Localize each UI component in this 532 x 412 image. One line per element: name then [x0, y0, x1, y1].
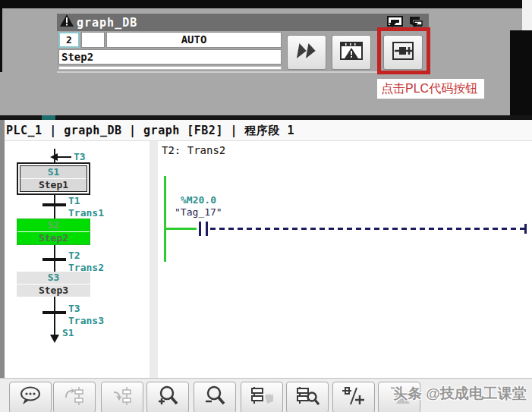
graph-editor-screen: graph_DB 2 AUTO Step2	[0, 0, 532, 412]
jump-arrow-icon	[50, 335, 59, 343]
step-id: S1	[20, 166, 87, 178]
step-box-s3[interactable]: S3 Step3	[17, 272, 90, 297]
empty-cell	[81, 32, 105, 48]
annotation-callout: 点击PLC代码按钮	[377, 79, 484, 99]
step-id: S3	[17, 272, 90, 284]
entry-arrow-icon	[50, 153, 58, 161]
jump-forward-button[interactable]	[53, 382, 96, 412]
step-number-field[interactable]: 2	[58, 32, 80, 48]
panel-footer-strip	[58, 66, 282, 70]
top-black-strip	[0, 0, 523, 8]
zoom-out-button[interactable]	[194, 382, 236, 412]
watermark: 头条 @技成电工课堂	[393, 384, 527, 404]
step-name: Step3	[17, 285, 90, 297]
open-wire[interactable]	[210, 228, 524, 230]
panel-titlebar[interactable]: graph_DB	[57, 14, 429, 31]
warning-icon	[60, 14, 74, 30]
fast-forward-icon	[294, 41, 320, 64]
zoom-out-icon	[203, 385, 227, 410]
step-id: S2	[17, 219, 90, 231]
contact-tag: "Tag_17"	[175, 206, 222, 218]
transition-t2[interactable]	[42, 258, 66, 261]
step-box-s2[interactable]: S2 Step2	[17, 219, 90, 245]
entry-transition-label: T3	[74, 151, 86, 162]
comment-button[interactable]	[9, 382, 52, 412]
transition-id: T2	[68, 250, 80, 261]
left-border-bar	[0, 8, 2, 72]
transition-id: T1	[68, 195, 80, 206]
panel-title: graph_DB	[77, 16, 137, 30]
zoom-in-button[interactable]	[146, 382, 189, 412]
network-search-icon	[295, 385, 320, 410]
jump-forward-icon	[62, 385, 87, 410]
step-box-s1[interactable]: S1 Step1	[17, 162, 90, 195]
zoom-in-icon	[156, 385, 180, 410]
network-search-button[interactable]	[286, 382, 329, 412]
transition-t1[interactable]	[42, 203, 66, 206]
step-name: Step2	[17, 232, 90, 244]
step-name: Step1	[20, 179, 87, 191]
warning-window-icon	[338, 40, 365, 64]
highlight-box	[377, 27, 430, 74]
right-black-region	[510, 30, 532, 115]
transition-name: Trans3	[68, 315, 104, 326]
contact-symbol[interactable]	[199, 222, 201, 236]
pane-divider[interactable]	[150, 141, 158, 378]
wire-end-tick	[524, 224, 527, 234]
jump-down-button[interactable]	[101, 382, 143, 412]
fast-forward-button[interactable]	[287, 35, 326, 70]
current-step-display: Step2	[58, 49, 282, 64]
mode-display: AUTO	[106, 32, 282, 48]
transition-name: Trans1	[68, 207, 104, 219]
power-rail	[164, 176, 166, 262]
network-overview-button[interactable]	[241, 382, 283, 412]
jump-target-label: S1	[62, 327, 74, 338]
breadcrumb[interactable]: PLC_1 | graph_DB | graph [FB2] | 程序段 1	[0, 120, 532, 141]
comment-icon	[18, 385, 42, 410]
contact-symbol[interactable]	[206, 222, 208, 236]
transition-id: T3	[68, 303, 80, 314]
branch-wire	[164, 228, 197, 230]
top-right-corner	[522, 0, 532, 30]
jump-down-icon	[110, 385, 134, 410]
contact-operand: %M20.0	[181, 194, 216, 206]
network-header: T2: Trans2	[162, 144, 225, 156]
transition-t3[interactable]	[42, 311, 66, 314]
window-left-edge	[0, 120, 5, 412]
entry-line	[56, 156, 71, 158]
insert-contact-button[interactable]	[332, 382, 375, 412]
warning-window-button[interactable]	[332, 35, 371, 70]
network-overview-icon	[250, 385, 274, 410]
insert-contact-icon	[341, 385, 367, 410]
